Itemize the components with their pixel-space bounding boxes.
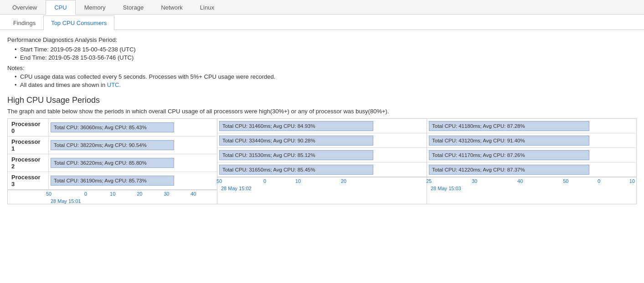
proc-row-3-s1: Processor 3 Total CPU: 36190ms; Avg CPU:… (8, 172, 217, 190)
ax-0-s2: 0 (263, 178, 266, 184)
ax-50: 50 (46, 191, 52, 197)
ax-40: 40 (517, 178, 523, 184)
note2: All dates and times are shown in UTC. (15, 81, 637, 88)
proc-row-1-s1: Processor 1 Total CPU: 38220ms; Avg CPU:… (8, 136, 217, 154)
notes-label: Notes: (7, 65, 637, 71)
ax-40: 40 (191, 191, 196, 197)
proc-1-bar-fill-s3: Total CPU: 43120ms; Avg CPU: 91.40% (429, 136, 589, 146)
proc-2-bar-s2: Total CPU: 31530ms; Avg CPU: 85.12% (217, 148, 427, 162)
proc-row-3-s3: Total CPU: 41220ms; Avg CPU: 87.37% (427, 162, 636, 177)
analysis-period-label: Performance Diagnostics Analysis Period: (7, 36, 637, 43)
tab-linux[interactable]: Linux (191, 0, 223, 15)
start-time: Start Time: 2019-05-28 15-00-45-238 (UTC… (15, 46, 637, 53)
ax-50-s3: 50 (563, 178, 568, 184)
proc-row-1-s2: Total CPU: 33440ms; Avg CPU: 90.28% (217, 133, 427, 148)
proc-1-bar-s2: Total CPU: 33440ms; Avg CPU: 90.28% (217, 133, 427, 147)
proc-row-2-s1: Processor 2 Total CPU: 36220ms; Avg CPU:… (8, 154, 217, 172)
proc-row-0-s3: Total CPU: 41180ms; Avg CPU: 87.28% (427, 119, 636, 133)
proc-0-bar-s1: Total CPU: 36060ms; Avg CPU: 85.43% (49, 119, 217, 136)
ax-30: 30 (164, 191, 169, 197)
proc-row-2-s3: Total CPU: 41170ms; Avg CPU: 87.26% (427, 148, 636, 162)
notes-list: CPU usage data was collected every 5 sec… (15, 73, 637, 88)
axis-s2: 50 0 10 20 28 May 15:02 (217, 177, 427, 191)
proc-3-bar-s2: Total CPU: 31650ms; Avg CPU: 85.45% (217, 162, 427, 177)
charts-wrapper: Processor 0 Total CPU: 36060ms; Avg CPU:… (7, 118, 637, 204)
proc-0-bar-fill-s1: Total CPU: 36060ms; Avg CPU: 85.43% (51, 122, 174, 132)
proc-1-bar-s3: Total CPU: 43120ms; Avg CPU: 91.40% (427, 133, 636, 147)
tab-network[interactable]: Network (152, 0, 191, 15)
proc-2-bar-fill-s3: Total CPU: 41170ms; Avg CPU: 87.26% (429, 150, 589, 160)
proc-1-bar-fill-s1: Total CPU: 38220ms; Avg CPU: 90.54% (51, 140, 174, 150)
top-tab-bar: Overview CPU Memory Storage Network Linu… (0, 0, 644, 15)
proc-3-bar-fill-s1: Total CPU: 36190ms; Avg CPU: 85.73% (51, 176, 174, 186)
ax-10-s2: 10 (295, 178, 301, 184)
tab-cpu[interactable]: CPU (46, 0, 75, 15)
ax-0: 0 (84, 191, 87, 197)
tab-memory[interactable]: Memory (76, 0, 114, 15)
proc-0-label-s1: Processor 0 (8, 119, 49, 136)
date-label-s1: 28 May 15:01 (49, 198, 217, 204)
date-label-s3: 28 May 15:03 (429, 186, 636, 191)
proc-1-label-s1: Processor 1 (8, 136, 49, 154)
proc-3-label-s1: Processor 3 (8, 172, 49, 189)
proc-0-bar-s2: Total CPU: 31460ms; Avg CPU: 84.93% (217, 119, 427, 133)
axis-numbers-s3: 25 30 40 50 0 10 (429, 178, 636, 185)
proc-1-bar-fill-s2: Total CPU: 33440ms; Avg CPU: 90.28% (219, 136, 373, 146)
proc-2-bar-fill-s1: Total CPU: 36220ms; Avg CPU: 85.80% (51, 158, 174, 168)
proc-2-bar-s1: Total CPU: 36220ms; Avg CPU: 85.80% (49, 154, 217, 172)
axis-numbers-s2: 50 0 10 20 (219, 178, 427, 185)
time-list: Start Time: 2019-05-28 15-00-45-238 (UTC… (15, 46, 637, 61)
ax-0-s3: 0 (598, 178, 600, 184)
chart-section-3: Total CPU: 41180ms; Avg CPU: 87.28% Tota… (427, 119, 636, 204)
proc-2-label-s1: Processor 2 (8, 154, 49, 172)
ax-20-s2: 20 (341, 178, 346, 184)
proc-0-bar-fill-s3: Total CPU: 41180ms; Avg CPU: 87.28% (429, 121, 589, 131)
date-label-s2: 28 May 15:02 (219, 186, 427, 191)
tab-overview[interactable]: Overview (4, 0, 46, 15)
ax-25: 25 (426, 178, 432, 184)
proc-3-bar-fill-s2: Total CPU: 31650ms; Avg CPU: 85.45% (219, 165, 373, 175)
axis-numbers-s1: 50 0 10 20 30 40 (49, 191, 217, 198)
axis-s1: 50 0 10 20 30 40 28 May 15:01 (8, 190, 217, 204)
proc-row-2-s2: Total CPU: 31530ms; Avg CPU: 85.12% (217, 148, 427, 162)
tab-top-cpu-consumers[interactable]: Top CPU Consumers (43, 15, 114, 30)
proc-2-bar-fill-s2: Total CPU: 31530ms; Avg CPU: 85.12% (219, 150, 373, 160)
tab-storage[interactable]: Storage (114, 0, 153, 15)
proc-row-0-s1: Processor 0 Total CPU: 36060ms; Avg CPU:… (8, 119, 217, 136)
note1: CPU usage data was collected every 5 sec… (15, 73, 637, 80)
ax-30: 30 (472, 178, 477, 184)
section-title: High CPU Usage Periods (7, 96, 637, 105)
ax-50-s2: 50 (216, 178, 222, 184)
proc-row-3-s2: Total CPU: 31650ms; Avg CPU: 85.45% (217, 162, 427, 177)
sub-tab-bar: Findings Top CPU Consumers (0, 15, 644, 30)
proc-1-bar-s1: Total CPU: 38220ms; Avg CPU: 90.54% (49, 136, 217, 154)
utc-text: UTC. (107, 81, 121, 88)
chart-section-2: Total CPU: 31460ms; Avg CPU: 84.93% Tota… (217, 119, 427, 204)
proc-0-bar-fill-s2: Total CPU: 31460ms; Avg CPU: 84.93% (219, 121, 373, 131)
proc-3-bar-s1: Total CPU: 36190ms; Avg CPU: 85.73% (49, 172, 217, 189)
chart-section-1: Processor 0 Total CPU: 36060ms; Avg CPU:… (8, 119, 217, 204)
proc-0-bar-s3: Total CPU: 41180ms; Avg CPU: 87.28% (427, 119, 636, 133)
proc-3-bar-fill-s3: Total CPU: 41220ms; Avg CPU: 87.37% (429, 165, 589, 175)
proc-row-0-s2: Total CPU: 31460ms; Avg CPU: 84.93% (217, 119, 427, 133)
proc-2-bar-s3: Total CPU: 41170ms; Avg CPU: 87.26% (427, 148, 636, 162)
tab-findings[interactable]: Findings (5, 15, 43, 30)
axis-s3: 25 30 40 50 0 10 28 May 15:03 (427, 177, 636, 191)
section-desc: The graph and table below show the perio… (7, 108, 637, 115)
main-content: Performance Diagnostics Analysis Period:… (0, 30, 644, 209)
end-time: End Time: 2019-05-28 15-03-56-746 (UTC) (15, 54, 637, 61)
ax-10: 10 (110, 191, 115, 197)
proc-row-1-s3: Total CPU: 43120ms; Avg CPU: 91.40% (427, 133, 636, 148)
ax-20: 20 (137, 191, 142, 197)
proc-3-bar-s3: Total CPU: 41220ms; Avg CPU: 87.37% (427, 162, 636, 177)
ax-10-s3: 10 (629, 178, 635, 184)
